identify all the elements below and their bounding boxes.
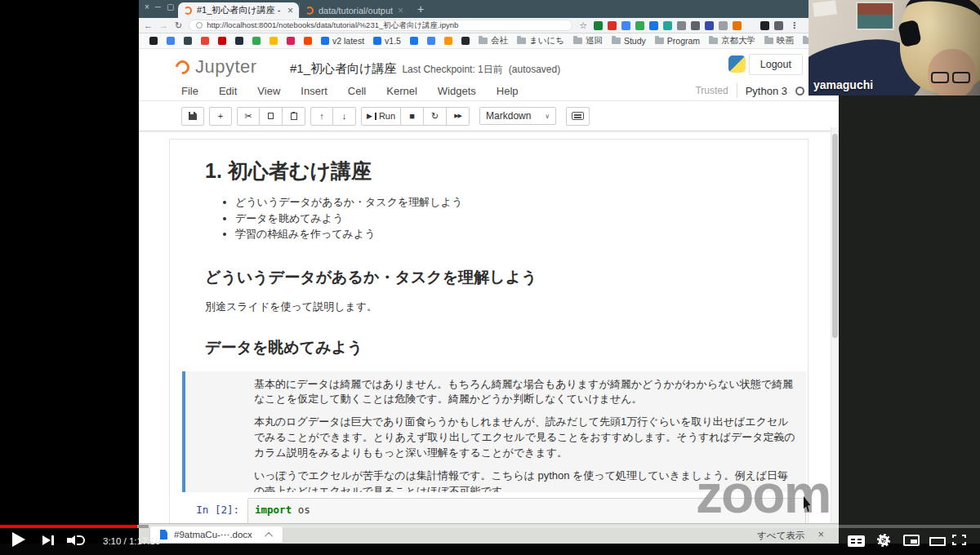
bookmark-item[interactable]: まいにち (517, 35, 564, 47)
show-all-downloads-button[interactable]: すべて表示 (749, 526, 813, 545)
extension-icon[interactable] (677, 21, 686, 30)
extension-icon[interactable] (733, 21, 742, 30)
subtitles-button[interactable] (848, 535, 865, 547)
new-tab-button[interactable]: + (417, 2, 424, 16)
youtube-player: × ─ ▢ #1_初心者向け講座 - Jup × data/tutorial/o… (0, 0, 980, 555)
notebook-title[interactable]: #1_初心者向け講座 (290, 61, 396, 77)
extension-icon[interactable] (691, 21, 700, 30)
bookmark-item[interactable] (444, 37, 452, 45)
miniplayer-button[interactable] (903, 535, 920, 546)
extension-icon[interactable] (705, 21, 714, 30)
bookmark-favicon (201, 37, 209, 45)
bookmark-item[interactable] (201, 37, 209, 45)
stop-button[interactable]: ■ (401, 107, 424, 126)
bookmark-item[interactable] (218, 37, 226, 45)
bookmark-item[interactable] (149, 37, 158, 45)
bookmark-item[interactable] (235, 37, 243, 45)
extension-icon[interactable] (608, 21, 617, 30)
move-cell-down-button[interactable]: ↓ (333, 107, 356, 126)
chevron-up-icon[interactable] (265, 531, 273, 539)
play-button[interactable] (12, 532, 25, 547)
extension-icon[interactable] (746, 21, 755, 30)
bookmark-item[interactable]: v2 latest (321, 36, 364, 46)
bookmark-favicon (218, 37, 226, 45)
menu-item[interactable]: Insert (301, 85, 327, 97)
jupyter-logo-text: Jupyter (195, 56, 257, 78)
downloaded-file-chip[interactable]: #9atmaCu-⋯.docx (150, 526, 283, 543)
settings-gear-icon[interactable] (877, 534, 890, 547)
copy-cell-button[interactable] (260, 107, 283, 126)
bookmark-item[interactable] (270, 37, 278, 45)
bookmark-item[interactable]: 映画 (764, 35, 794, 47)
restart-kernel-button[interactable]: ↻ (424, 107, 447, 126)
back-icon[interactable]: ← (144, 21, 153, 30)
bookmark-item[interactable] (252, 37, 261, 45)
browser-menu-icon[interactable]: ⋮ (790, 20, 799, 31)
restart-run-all-button[interactable]: ▶▶ (447, 107, 470, 126)
bookmark-item[interactable] (461, 37, 470, 45)
bookmark-item[interactable] (304, 37, 312, 45)
bookmark-item[interactable]: 巡回 (573, 35, 603, 47)
browser-tab-active[interactable]: #1_初心者向け講座 - Jup × (178, 2, 299, 18)
window-maximize-icon[interactable]: ▢ (167, 3, 174, 11)
add-cell-button[interactable]: + (209, 107, 232, 126)
theater-mode-button[interactable] (929, 537, 946, 546)
menu-item[interactable]: Kernel (386, 85, 417, 97)
video-progress-bar[interactable] (0, 525, 980, 528)
bookmark-item[interactable]: v1.5 (373, 36, 401, 46)
reload-icon[interactable]: ↻ (175, 21, 182, 30)
bookmark-item[interactable] (410, 37, 418, 45)
next-video-button[interactable] (42, 535, 56, 545)
extension-icon[interactable] (719, 21, 728, 30)
run-button[interactable]: ▶Run (361, 107, 401, 126)
bookmark-item[interactable]: 会社 (479, 35, 508, 47)
extension-icon[interactable] (594, 21, 603, 30)
fullscreen-button[interactable] (952, 535, 966, 545)
command-palette-button[interactable] (566, 107, 590, 126)
shelf-close-icon[interactable]: × (813, 526, 829, 542)
move-cell-up-button[interactable]: ↑ (310, 107, 333, 126)
scrollbar[interactable] (831, 127, 838, 523)
extension-icon[interactable] (649, 21, 658, 30)
scrollbar-thumb[interactable] (832, 134, 838, 338)
site-info-icon[interactable] (196, 22, 203, 29)
bookmark-item[interactable] (167, 37, 175, 45)
forward-icon[interactable]: → (159, 21, 168, 30)
window-close-icon[interactable]: × (145, 3, 149, 11)
save-button[interactable] (181, 107, 204, 126)
extension-icon[interactable] (760, 21, 769, 30)
tab-close-icon[interactable]: × (398, 5, 403, 16)
extension-icon[interactable] (635, 21, 644, 30)
bookmark-item[interactable]: Study (612, 36, 646, 46)
logout-button[interactable]: Logout (749, 54, 803, 75)
bookmark-item[interactable] (287, 37, 295, 45)
address-bar[interactable]: http://localhost:8001/notebooks/data/tut… (189, 20, 572, 31)
bookmark-item[interactable] (427, 37, 435, 45)
menu-item[interactable]: Edit (219, 85, 237, 97)
extension-icon[interactable] (621, 21, 630, 30)
cut-cell-button[interactable]: ✂ (237, 107, 260, 126)
bookmark-favicon (373, 37, 381, 45)
bookmark-favicon (184, 37, 192, 45)
menu-item[interactable]: View (257, 85, 280, 97)
list-item: どういうデータがあるか・タスクを理解しよう (235, 194, 808, 211)
bookmark-star-icon[interactable]: ☆ (579, 20, 587, 31)
volume-icon[interactable] (67, 535, 85, 546)
window-minimize-icon[interactable]: ─ (155, 3, 161, 11)
bookmark-item[interactable]: 京都大学 (709, 35, 755, 47)
bookmark-label: 京都大学 (721, 35, 755, 47)
extension-icon[interactable] (663, 21, 672, 30)
jupyter-logo[interactable]: Jupyter (176, 56, 257, 78)
bookmark-item[interactable] (184, 37, 192, 45)
browser-tab-inactive[interactable]: data/tutorial/output/ × (299, 2, 409, 18)
menu-item[interactable]: File (181, 85, 198, 97)
menu-item[interactable]: Cell (348, 85, 366, 97)
extension-icon[interactable] (774, 21, 783, 30)
bookmark-favicon (304, 37, 312, 45)
menu-item[interactable]: Widgets (438, 85, 476, 97)
paste-cell-button[interactable] (283, 107, 305, 126)
tab-close-icon[interactable]: × (287, 5, 293, 16)
cell-type-dropdown[interactable]: Markdown ∨ (479, 107, 556, 125)
bookmark-item[interactable]: Program (655, 36, 700, 46)
menu-item[interactable]: Help (497, 85, 519, 97)
